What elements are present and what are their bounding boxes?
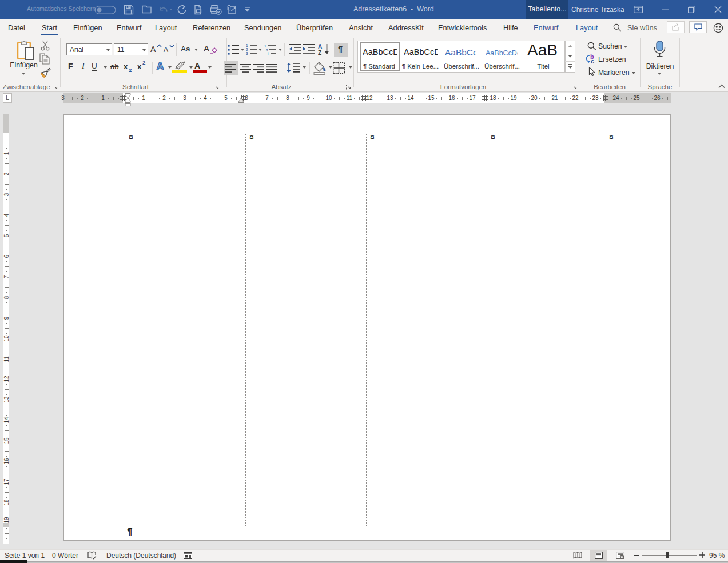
svg-text:1: 1 (246, 43, 248, 47)
svg-text:1: 1 (264, 44, 266, 48)
svg-text:Z: Z (318, 50, 321, 55)
svg-text:A: A (318, 43, 322, 50)
svg-text:c: c (591, 58, 594, 64)
svg-text:3: 3 (246, 51, 248, 55)
svg-text:A: A (157, 61, 164, 72)
svg-text:i: i (268, 51, 268, 55)
svg-text:2: 2 (246, 47, 248, 51)
